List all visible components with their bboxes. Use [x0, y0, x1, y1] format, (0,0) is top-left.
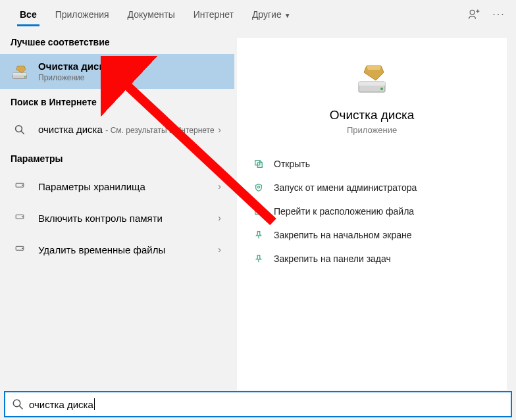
open-icon — [253, 158, 265, 170]
tab-more[interactable]: Другие▼ — [243, 3, 300, 26]
tab-apps[interactable]: Приложения — [46, 3, 118, 26]
svg-point-0 — [470, 10, 475, 14]
tab-documents[interactable]: Документы — [118, 3, 184, 26]
action-pin-taskbar[interactable]: Закрепить на панели задач — [250, 247, 499, 271]
drive-icon — [11, 209, 29, 227]
text-cursor — [94, 398, 95, 410]
folder-icon — [253, 205, 265, 217]
chevron-right-icon[interactable]: › — [215, 213, 224, 223]
svg-line-5 — [21, 131, 24, 134]
svg-line-18 — [20, 406, 23, 409]
filter-tabs: Все Приложения Документы Интернет Другие… — [0, 0, 516, 29]
web-search-item[interactable]: очистка диска - См. результаты в Интерне… — [0, 114, 234, 145]
settings-item-delete-temp[interactable]: Удалить временные файлы › — [0, 234, 234, 265]
more-icon[interactable]: ··· — [492, 8, 505, 21]
best-match-subtitle: Приложение — [38, 73, 224, 82]
action-open-file-location[interactable]: Перейти к расположению файла — [250, 199, 499, 223]
drive-icon — [11, 240, 29, 259]
pin-icon — [253, 253, 265, 265]
preview-title: Очистка диска — [245, 108, 499, 122]
results-panel: Лучшее соответствие Очистка диска Прилож… — [0, 29, 234, 390]
best-match-title: Очистка диска — [38, 61, 224, 72]
web-search-hint: См. результаты в Интернете — [111, 126, 215, 135]
chevron-right-icon[interactable]: › — [215, 181, 224, 192]
svg-point-16 — [257, 186, 259, 188]
svg-point-17 — [13, 400, 20, 407]
search-icon — [11, 120, 29, 139]
section-web-search: Поиск в Интернете — [0, 89, 234, 114]
svg-rect-2 — [13, 72, 27, 75]
settings-item-storage[interactable]: Параметры хранилища › — [0, 171, 234, 202]
chevron-right-icon[interactable]: › — [215, 244, 224, 255]
admin-icon — [253, 182, 265, 194]
search-bar[interactable]: очистка диска — [4, 391, 512, 417]
svg-point-4 — [16, 126, 22, 132]
section-best-match: Лучшее соответствие — [0, 29, 234, 54]
section-settings: Параметры — [0, 145, 234, 171]
preview-subtitle: Приложение — [245, 125, 499, 135]
search-icon — [12, 398, 24, 410]
action-list: Открыть Запуск от имени администратора П… — [245, 152, 499, 271]
feedback-icon[interactable] — [467, 8, 480, 21]
drive-icon — [11, 177, 29, 196]
pin-icon — [253, 229, 265, 241]
svg-point-7 — [22, 185, 23, 186]
svg-point-11 — [22, 248, 23, 249]
svg-point-3 — [24, 76, 26, 77]
web-search-term: очистка диска — [38, 124, 103, 135]
tab-all[interactable]: Все — [11, 3, 46, 26]
action-run-as-admin[interactable]: Запуск от имени администратора — [250, 176, 499, 199]
chevron-right-icon[interactable]: › — [215, 124, 224, 135]
settings-item-memory-control[interactable]: Включить контроль памяти › — [0, 202, 234, 234]
chevron-down-icon: ▼ — [284, 12, 291, 19]
svg-point-14 — [380, 88, 383, 90]
tab-internet[interactable]: Интернет — [184, 3, 243, 26]
search-input[interactable]: очистка диска — [29, 399, 93, 410]
action-open[interactable]: Открыть — [250, 152, 499, 176]
svg-rect-13 — [359, 82, 385, 86]
disk-cleanup-icon — [11, 63, 29, 81]
disk-cleanup-large-icon — [353, 59, 390, 96]
best-match-item[interactable]: Очистка диска Приложение — [0, 54, 234, 89]
svg-point-9 — [22, 217, 23, 217]
preview-panel: Очистка диска Приложение Открыть Запуск — [237, 38, 507, 390]
action-pin-start[interactable]: Закрепить на начальном экране — [250, 223, 499, 247]
